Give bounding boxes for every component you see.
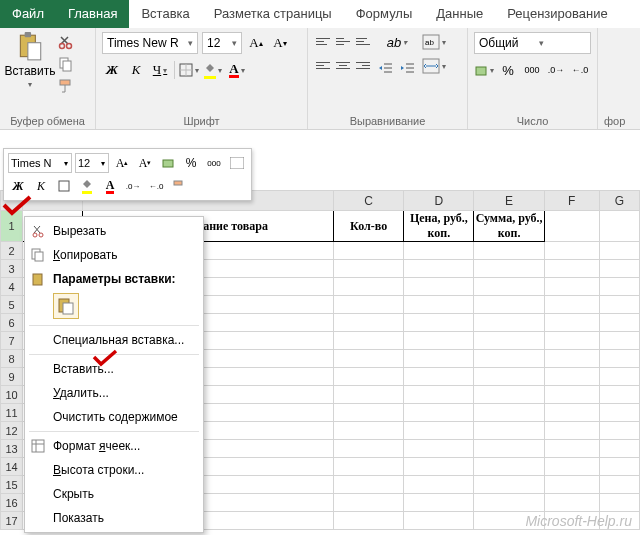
cell[interactable]: [474, 350, 544, 368]
cell[interactable]: [544, 404, 599, 422]
font-size-combo[interactable]: ▾: [202, 32, 242, 54]
bold-button[interactable]: Ж: [102, 60, 122, 80]
decrease-font-button[interactable]: A▾: [270, 33, 290, 53]
cell[interactable]: [334, 404, 404, 422]
wrap-text-button[interactable]: ab: [422, 32, 446, 52]
cell[interactable]: [474, 440, 544, 458]
cell[interactable]: [404, 350, 474, 368]
col-header[interactable]: E: [474, 191, 544, 211]
underline-button[interactable]: Ч: [150, 60, 170, 80]
cell[interactable]: [334, 242, 404, 260]
chevron-down-icon[interactable]: ▾: [183, 38, 197, 48]
cell[interactable]: [404, 278, 474, 296]
col-header[interactable]: C: [334, 191, 404, 211]
comma-button[interactable]: 000: [522, 60, 542, 80]
font-name-combo[interactable]: ▾: [102, 32, 198, 54]
align-top-button[interactable]: [314, 32, 332, 50]
decrease-indent-button[interactable]: [376, 58, 396, 78]
cell[interactable]: [599, 422, 639, 440]
cell[interactable]: [599, 278, 639, 296]
mini-accounting[interactable]: [158, 153, 178, 173]
paste-default-button[interactable]: [53, 293, 79, 319]
cell[interactable]: [404, 458, 474, 476]
cell[interactable]: Сумма, руб., коп.: [474, 211, 544, 242]
cell[interactable]: [474, 494, 544, 512]
mini-comma[interactable]: 000: [204, 153, 224, 173]
chevron-down-icon[interactable]: ▾: [61, 159, 71, 168]
font-size-input[interactable]: [203, 36, 227, 50]
cell[interactable]: [599, 494, 639, 512]
cell[interactable]: [544, 386, 599, 404]
cell[interactable]: [404, 476, 474, 494]
cell[interactable]: [544, 296, 599, 314]
cell[interactable]: [334, 350, 404, 368]
mini-merge[interactable]: [227, 153, 247, 173]
cell[interactable]: [404, 422, 474, 440]
row-header[interactable]: 11: [1, 404, 23, 422]
mini-increase-font[interactable]: A▴: [112, 153, 132, 173]
cell[interactable]: [334, 260, 404, 278]
ctx-cut[interactable]: Вырезать: [25, 219, 203, 243]
cell[interactable]: [544, 278, 599, 296]
increase-font-button[interactable]: A▴: [246, 33, 266, 53]
fill-color-button[interactable]: [203, 60, 223, 80]
increase-indent-button[interactable]: [398, 58, 418, 78]
tab-file[interactable]: Файл: [0, 0, 56, 28]
cell[interactable]: [599, 332, 639, 350]
row-header[interactable]: 5: [1, 296, 23, 314]
cell[interactable]: [404, 332, 474, 350]
cell[interactable]: [599, 368, 639, 386]
col-header[interactable]: F: [544, 191, 599, 211]
cell[interactable]: [544, 494, 599, 512]
ctx-copy[interactable]: Копировать: [25, 243, 203, 267]
col-header[interactable]: D: [404, 191, 474, 211]
col-header[interactable]: G: [599, 191, 639, 211]
align-center-button[interactable]: [334, 56, 352, 74]
align-right-button[interactable]: [354, 56, 372, 74]
cell[interactable]: [599, 211, 639, 242]
cell[interactable]: [544, 350, 599, 368]
cell[interactable]: [404, 296, 474, 314]
cell[interactable]: [474, 278, 544, 296]
mini-decrease-font[interactable]: A▾: [135, 153, 155, 173]
cell[interactable]: [474, 458, 544, 476]
cell[interactable]: [404, 512, 474, 530]
mini-fill-color[interactable]: [77, 176, 97, 196]
decrease-decimal-button[interactable]: ←.0: [570, 60, 590, 80]
tab-home[interactable]: Главная: [56, 0, 129, 28]
cell[interactable]: [544, 368, 599, 386]
cell[interactable]: [544, 260, 599, 278]
mini-bold[interactable]: Ж: [8, 176, 28, 196]
cell[interactable]: [404, 440, 474, 458]
cell[interactable]: [599, 386, 639, 404]
cell[interactable]: [544, 422, 599, 440]
copy-icon[interactable]: [58, 56, 74, 72]
cell[interactable]: [474, 332, 544, 350]
tab-insert[interactable]: Вставка: [129, 0, 201, 28]
cell[interactable]: [334, 368, 404, 386]
row-header[interactable]: 15: [1, 476, 23, 494]
cell[interactable]: [334, 314, 404, 332]
row-header[interactable]: 8: [1, 350, 23, 368]
font-name-input[interactable]: [103, 36, 183, 50]
align-left-button[interactable]: [314, 56, 332, 74]
cell[interactable]: [599, 404, 639, 422]
row-header[interactable]: 3: [1, 260, 23, 278]
cell[interactable]: [474, 296, 544, 314]
tab-data[interactable]: Данные: [424, 0, 495, 28]
tab-formulas[interactable]: Формулы: [344, 0, 425, 28]
cell[interactable]: [544, 458, 599, 476]
cell[interactable]: [544, 476, 599, 494]
cell[interactable]: [474, 422, 544, 440]
tab-page-layout[interactable]: Разметка страницы: [202, 0, 344, 28]
cell[interactable]: [474, 314, 544, 332]
cell[interactable]: [334, 422, 404, 440]
cell[interactable]: [544, 242, 599, 260]
cell[interactable]: Цена, руб., коп.: [404, 211, 474, 242]
cell[interactable]: [544, 211, 599, 242]
cell[interactable]: [404, 386, 474, 404]
cell[interactable]: [599, 314, 639, 332]
mini-inc-decimal[interactable]: .0→: [123, 176, 143, 196]
cell[interactable]: [334, 476, 404, 494]
row-header[interactable]: 9: [1, 368, 23, 386]
